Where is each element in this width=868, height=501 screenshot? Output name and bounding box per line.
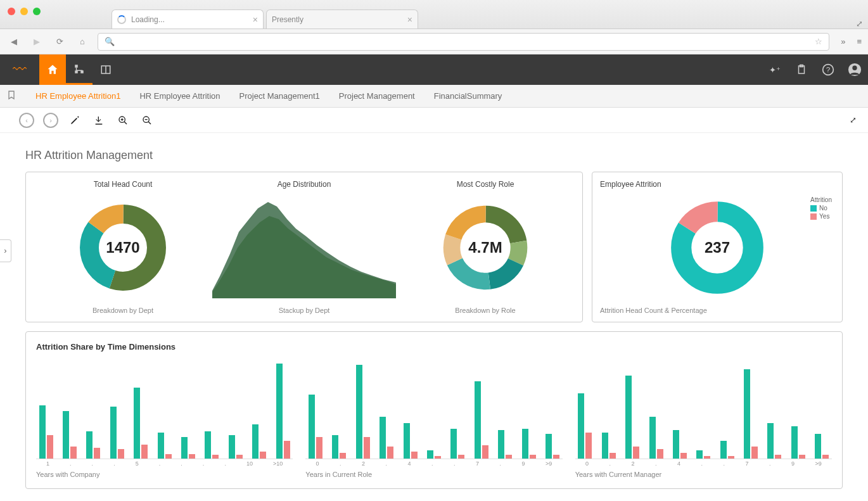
axis-label: .: [386, 460, 388, 467]
tab-hr-attrition-1[interactable]: HR Employee Attrition1: [35, 91, 120, 101]
widget-title: Employee Attrition: [600, 180, 834, 189]
tab-project-mgmt[interactable]: Project Management: [339, 91, 415, 101]
bar-footer: Years in Current Role: [305, 471, 562, 478]
axis-label: .: [500, 460, 502, 467]
home-button[interactable]: ⌂: [75, 34, 90, 49]
browser-tab-presently[interactable]: Presently ×: [266, 10, 418, 29]
zoom-out-icon: [142, 115, 152, 125]
bookmark-star-icon[interactable]: ☆: [815, 37, 822, 46]
axis-label: .: [113, 460, 115, 467]
zoom-in-button[interactable]: [115, 113, 131, 128]
nav-book[interactable]: [93, 54, 119, 85]
section-title: Attrition Share by Time Dimensions: [36, 342, 832, 352]
bar: [673, 430, 679, 459]
bookmark-icon[interactable]: [6, 90, 16, 102]
bar: [181, 437, 188, 459]
bar-pair: [498, 430, 512, 459]
bar-pair: [625, 376, 639, 459]
overflow-icon[interactable]: »: [841, 37, 845, 46]
zoom-out-button[interactable]: [139, 113, 155, 128]
hamburger-menu-icon[interactable]: ≡: [857, 37, 862, 46]
bar-pair: [332, 435, 346, 459]
brand-logo[interactable]: 〰: [0, 54, 39, 85]
book-icon: [100, 64, 112, 75]
bar: [458, 455, 464, 459]
bar: [364, 437, 370, 459]
bar: [610, 453, 616, 459]
widget-footer: Stackup by Dept: [279, 307, 330, 314]
axis-label: .: [655, 460, 657, 467]
help-icon: ?: [822, 63, 834, 76]
bar: [189, 454, 195, 459]
bar: [276, 364, 283, 459]
nav-user[interactable]: [841, 54, 868, 85]
tab-title: Presently: [272, 15, 303, 24]
bar: [427, 450, 433, 459]
fullscreen-icon[interactable]: ⤢: [856, 19, 863, 29]
bar: [411, 452, 418, 459]
maximize-window-icon[interactable]: [33, 8, 41, 15]
nav-org[interactable]: [66, 54, 93, 85]
tab-hr-attrition[interactable]: HR Employee Attrition: [139, 91, 220, 101]
bar-footer: Years with Company: [36, 471, 293, 478]
axis-label: .: [203, 460, 205, 467]
bar-pair: [134, 388, 148, 459]
download-button[interactable]: [91, 113, 106, 128]
forward-button[interactable]: ▶: [29, 34, 44, 49]
close-tab-icon[interactable]: ×: [253, 15, 258, 25]
bar-pair: [252, 424, 266, 459]
bar: [625, 376, 632, 459]
org-icon: [73, 63, 85, 75]
svg-line-16: [148, 122, 151, 124]
fullscreen-button[interactable]: ⤢: [845, 113, 860, 128]
bar-pair: [181, 437, 195, 459]
nav-sparkle[interactable]: ✦⁺: [762, 54, 788, 85]
report-toolbar: ‹ › ⤢: [0, 108, 868, 133]
bar: [387, 447, 393, 459]
report-tabs: HR Employee Attrition1 HR Employee Attri…: [0, 85, 868, 108]
tab-financial-summary[interactable]: FinancialSummary: [434, 91, 502, 101]
address-bar[interactable]: 🔍 ☆: [98, 33, 829, 51]
left-drawer-handle[interactable]: ›: [0, 239, 11, 262]
bar: [284, 441, 290, 459]
bar: [252, 424, 258, 459]
widget-footer: Breakdown by Role: [455, 307, 515, 314]
axis-label: .: [70, 460, 72, 467]
bar: [260, 452, 266, 459]
widget-title: Most Costly Role: [457, 180, 514, 189]
axis-label: .: [224, 460, 226, 467]
axis-label: 9: [791, 460, 795, 467]
tab-project-mgmt-1[interactable]: Project Management1: [239, 91, 320, 101]
browser-tab-loading[interactable]: Loading... ×: [112, 10, 264, 29]
zoom-in-icon: [118, 115, 128, 125]
back-button[interactable]: ◀: [6, 34, 22, 49]
dashboard: HR Attrition Management Total Head Count…: [0, 133, 868, 495]
swoosh-icon: 〰: [13, 61, 27, 78]
axis-label: .: [769, 460, 771, 467]
minimize-window-icon[interactable]: [20, 8, 28, 15]
clipboard-icon: [796, 64, 807, 75]
nav-home[interactable]: [39, 54, 66, 85]
nav-help[interactable]: ?: [815, 54, 841, 85]
bar-pair: [380, 417, 393, 459]
axis-label: 10: [246, 460, 253, 467]
bar-pair: [696, 450, 710, 459]
reload-button[interactable]: ⟳: [52, 34, 67, 49]
search-icon: 🔍: [105, 37, 115, 46]
widget-footer: Attrition Head Count & Percentage: [600, 307, 834, 314]
legend-title: Attrition: [810, 196, 832, 203]
nav-clipboard[interactable]: [788, 54, 815, 85]
close-tab-icon[interactable]: ×: [407, 15, 412, 25]
browser-chrome: Loading... × Presently × ⤢: [0, 0, 868, 29]
bar-pair: [205, 431, 219, 459]
bar-pair: [39, 405, 53, 459]
edit-button[interactable]: [67, 113, 82, 128]
axis-label: 7: [476, 460, 479, 467]
axis-label: >9: [546, 460, 552, 467]
bar-pair: [720, 441, 734, 459]
window-controls: [0, 0, 48, 15]
bar: [165, 454, 172, 459]
close-window-icon[interactable]: [8, 8, 15, 15]
next-page-button[interactable]: ›: [43, 113, 58, 128]
prev-page-button[interactable]: ‹: [19, 113, 34, 128]
